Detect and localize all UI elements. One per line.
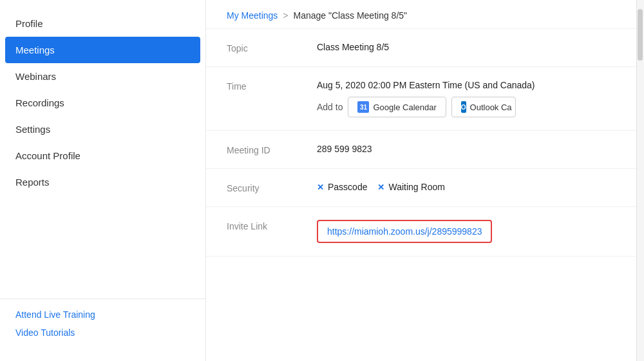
sidebar-footer: Attend Live Training Video Tutorials: [0, 298, 205, 361]
sidebar-item-account-profile[interactable]: Account Profile: [0, 142, 205, 169]
invite-link-row: Invite Link https://miamioh.zoom.us/j/28…: [206, 207, 636, 257]
sidebar-nav: Profile Meetings Webinars Recordings Set…: [0, 0, 205, 298]
passcode-security-item: ✕ Passcode: [317, 182, 367, 192]
time-label: Time: [227, 80, 317, 92]
meeting-id-row: Meeting ID 289 599 9823: [206, 131, 636, 169]
security-value: ✕ Passcode ✕ Waiting Room: [317, 182, 616, 192]
time-value-container: Aug 5, 2020 02:00 PM Eastern Time (US an…: [317, 80, 616, 117]
breadcrumb: My Meetings > Manage "Class Meeting 8/5": [206, 0, 636, 29]
security-items: ✕ Passcode ✕ Waiting Room: [317, 182, 616, 192]
breadcrumb-separator: >: [283, 10, 288, 21]
waiting-room-check-icon: ✕: [377, 182, 384, 192]
google-calendar-button[interactable]: 31 Google Calendar: [348, 97, 446, 117]
sidebar: Profile Meetings Webinars Recordings Set…: [0, 0, 206, 361]
meeting-id-label: Meeting ID: [227, 144, 317, 155]
outlook-calendar-label: Outlook Ca: [470, 102, 512, 112]
add-to-row: Add to 31 Google Calendar O Outlook Ca: [317, 97, 616, 117]
breadcrumb-my-meetings-link[interactable]: My Meetings: [227, 10, 278, 21]
time-row: Time Aug 5, 2020 02:00 PM Eastern Time (…: [206, 67, 636, 131]
invite-link-label: Invite Link: [227, 220, 317, 231]
meeting-id-value: 289 599 9823: [317, 144, 616, 154]
time-text: Aug 5, 2020 02:00 PM Eastern Time (US an…: [317, 80, 616, 90]
security-row: Security ✕ Passcode ✕ Waiting Room: [206, 169, 636, 207]
breadcrumb-current-page: Manage "Class Meeting 8/5": [294, 10, 407, 21]
detail-table: Topic Class Meeting 8/5 Time Aug 5, 2020…: [206, 29, 636, 257]
security-label: Security: [227, 182, 317, 193]
video-tutorials-link[interactable]: Video Tutorials: [15, 327, 190, 338]
sidebar-item-settings[interactable]: Settings: [0, 116, 205, 142]
sidebar-item-meetings[interactable]: Meetings: [5, 37, 200, 63]
main-content: My Meetings > Manage "Class Meeting 8/5"…: [206, 0, 636, 361]
outlook-calendar-icon: O: [461, 101, 466, 113]
attend-live-training-link[interactable]: Attend Live Training: [15, 309, 190, 320]
invite-link-value-container: https://miamioh.zoom.us/j/2895999823: [317, 220, 616, 243]
invite-link-value[interactable]: https://miamioh.zoom.us/j/2895999823: [317, 220, 492, 243]
scrollbar-thumb[interactable]: [638, 9, 643, 61]
google-calendar-icon: 31: [357, 101, 369, 113]
sidebar-item-reports[interactable]: Reports: [0, 169, 205, 195]
sidebar-item-recordings[interactable]: Recordings: [0, 90, 205, 116]
topic-value: Class Meeting 8/5: [317, 42, 616, 52]
topic-row: Topic Class Meeting 8/5: [206, 29, 636, 67]
add-to-label: Add to: [317, 102, 343, 112]
google-calendar-label: Google Calendar: [373, 102, 436, 112]
sidebar-item-webinars[interactable]: Webinars: [0, 63, 205, 90]
waiting-room-security-item: ✕ Waiting Room: [377, 182, 444, 192]
passcode-check-icon: ✕: [317, 182, 324, 192]
scrollbar[interactable]: [636, 0, 644, 361]
waiting-room-label: Waiting Room: [388, 182, 444, 192]
topic-label: Topic: [227, 42, 317, 54]
outlook-calendar-button[interactable]: O Outlook Ca: [451, 97, 516, 117]
passcode-label: Passcode: [328, 182, 367, 192]
sidebar-item-profile[interactable]: Profile: [0, 10, 205, 37]
